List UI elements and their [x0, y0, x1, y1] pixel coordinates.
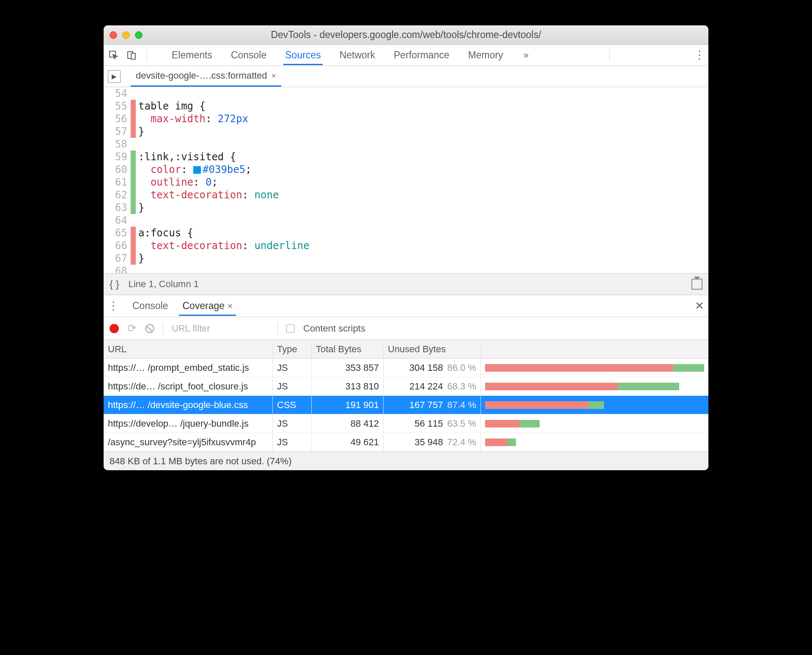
tab-sources[interactable]: Sources: [283, 45, 322, 65]
editor-status-bar: { } Line 1, Column 1: [104, 273, 708, 295]
line-number-gutter: 545556575859606162636465666768: [104, 87, 131, 273]
coverage-row[interactable]: https://develop… /jquery-bundle.jsJS88 4…: [104, 414, 708, 433]
cell-type: JS: [273, 433, 312, 451]
col-unused[interactable]: Unused Bytes: [384, 340, 481, 358]
cell-bar: [481, 414, 708, 433]
tab-elements[interactable]: Elements: [170, 45, 214, 65]
drawer-tab-coverage[interactable]: Coverage ×: [179, 296, 236, 316]
col-total[interactable]: Total Bytes: [312, 340, 384, 358]
window-title: DevTools - developers.google.com/web/too…: [104, 29, 708, 41]
col-url[interactable]: URL: [104, 340, 273, 358]
cell-bar: [481, 396, 708, 414]
tab-network[interactable]: Network: [338, 45, 377, 65]
main-toolbar: ElementsConsoleSourcesNetworkPerformance…: [104, 45, 708, 66]
toggle-sidebar-icon[interactable]: [691, 279, 702, 290]
cell-type: JS: [273, 414, 312, 433]
close-file-icon[interactable]: ×: [272, 71, 277, 81]
window-titlebar: DevTools - developers.google.com/web/too…: [104, 25, 708, 45]
drawer-tabs: ConsoleCoverage ×: [129, 296, 244, 316]
file-tab-bar: ▶ devsite-google-….css:formatted ×: [104, 66, 708, 87]
separator: [163, 322, 163, 335]
cell-unused: 167 75787.4 %: [384, 396, 481, 414]
coverage-row[interactable]: https://… /devsite-google-blue.cssCSS191…: [104, 396, 708, 414]
toolbar-separator: [147, 49, 147, 62]
cell-bar: [481, 377, 708, 395]
coverage-toolbar: ⟳ URL filter Content scripts: [104, 317, 708, 340]
pretty-print-icon[interactable]: { }: [110, 278, 119, 290]
cell-total: 313 810: [312, 377, 384, 395]
more-tabs-icon[interactable]: »: [524, 50, 529, 61]
cell-bar: [481, 433, 708, 451]
cell-url: https://de… /script_foot_closure.js: [104, 377, 273, 395]
cell-url: /async_survey?site=ylj5ifxusvvmr4p: [104, 433, 273, 451]
separator: [277, 322, 278, 335]
inspect-element-icon[interactable]: [108, 49, 120, 61]
record-button-icon[interactable]: [110, 324, 119, 333]
settings-menu-icon[interactable]: ⋮: [694, 49, 704, 62]
clear-icon[interactable]: [145, 324, 154, 333]
device-toggle-icon[interactable]: [126, 49, 137, 61]
col-bar: [481, 340, 708, 358]
cell-total: 353 857: [312, 359, 384, 377]
coverage-row[interactable]: https://… /prompt_embed_static.jsJS353 8…: [104, 359, 708, 377]
drawer-tab-console[interactable]: Console: [129, 296, 171, 316]
coverage-summary: 848 KB of 1.1 MB bytes are not used. (74…: [104, 452, 708, 470]
source-code-editor[interactable]: 545556575859606162636465666768 table img…: [104, 87, 708, 273]
minimize-window-button[interactable]: [122, 31, 130, 39]
drawer-menu-icon[interactable]: ⋮: [108, 299, 118, 312]
cell-type: JS: [273, 377, 312, 395]
coverage-row[interactable]: https://de… /script_foot_closure.jsJS313…: [104, 377, 708, 396]
reload-icon[interactable]: ⟳: [127, 322, 137, 335]
cell-type: JS: [273, 359, 312, 377]
close-drawer-tab-icon[interactable]: ×: [228, 301, 233, 311]
svg-rect-2: [131, 53, 135, 59]
cell-unused: 214 22468.3 %: [384, 377, 481, 395]
coverage-table: URL Type Total Bytes Unused Bytes https:…: [104, 340, 708, 452]
tab-memory[interactable]: Memory: [466, 45, 505, 65]
traffic-lights: [110, 31, 143, 39]
content-scripts-label: Content scripts: [303, 323, 365, 334]
cell-url: https://… /devsite-google-blue.css: [104, 396, 273, 414]
cell-total: 49 621: [312, 433, 384, 451]
col-type[interactable]: Type: [273, 340, 312, 358]
cell-bar: [481, 359, 708, 377]
close-window-button[interactable]: [110, 31, 117, 39]
content-scripts-checkbox[interactable]: [286, 324, 295, 333]
cell-total: 88 412: [312, 414, 384, 433]
cursor-position: Line 1, Column 1: [129, 279, 199, 290]
show-navigator-icon[interactable]: ▶: [108, 70, 121, 83]
tab-console[interactable]: Console: [229, 45, 268, 65]
drawer-tab-bar: ⋮ ConsoleCoverage × ✕: [104, 295, 708, 317]
cell-unused: 35 94872.4 %: [384, 433, 481, 451]
tab-performance[interactable]: Performance: [392, 45, 451, 65]
cell-total: 191 901: [312, 396, 384, 414]
file-tab-label: devsite-google-….css:formatted: [136, 70, 267, 81]
cell-url: https://… /prompt_embed_static.js: [104, 359, 273, 377]
toolbar-separator: [609, 49, 610, 62]
code-body: table img { max-width: 272px } :link,:vi…: [136, 87, 315, 273]
coverage-row[interactable]: /async_survey?site=ylj5ifxusvvmr4pJS49 6…: [104, 433, 708, 452]
panel-tabs: ElementsConsoleSourcesNetworkPerformance…: [170, 45, 505, 65]
zoom-window-button[interactable]: [135, 31, 143, 39]
coverage-marks-gutter: [131, 87, 136, 273]
file-tab[interactable]: devsite-google-….css:formatted ×: [131, 66, 281, 87]
devtools-window: DevTools - developers.google.com/web/too…: [104, 25, 708, 470]
cell-url: https://develop… /jquery-bundle.js: [104, 414, 273, 433]
cell-type: CSS: [273, 396, 312, 414]
coverage-table-header: URL Type Total Bytes Unused Bytes: [104, 340, 708, 359]
cell-unused: 304 15886.0 %: [384, 359, 481, 377]
close-drawer-icon[interactable]: ✕: [695, 299, 704, 312]
url-filter-input[interactable]: URL filter: [172, 323, 269, 334]
cell-unused: 56 11563.5 %: [384, 414, 481, 433]
